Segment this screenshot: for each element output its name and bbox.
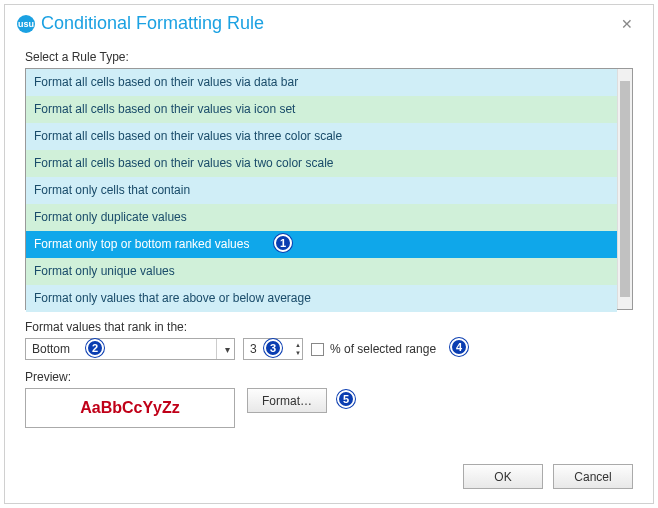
callout-4: 4: [450, 338, 468, 356]
content-area: Select a Rule Type: Format all cells bas…: [5, 42, 653, 440]
preview-row: AaBbCcYyZz Format… 5: [25, 388, 633, 428]
percent-checkbox[interactable]: [311, 343, 324, 356]
spinner-down-icon[interactable]: ▼: [295, 350, 301, 356]
preview-sample-text: AaBbCcYyZz: [80, 399, 180, 417]
chevron-down-icon: ▾: [225, 344, 230, 355]
titlebar: usu Conditional Formatting Rule ✕: [5, 5, 653, 42]
preview-label: Preview:: [25, 370, 633, 384]
rule-type-item[interactable]: Format all cells based on their values v…: [26, 150, 617, 177]
app-icon: usu: [17, 15, 35, 33]
percent-label: % of selected range: [330, 342, 436, 356]
rule-type-item[interactable]: Format all cells based on their values v…: [26, 69, 617, 96]
rule-type-item[interactable]: Format only cells that contain: [26, 177, 617, 204]
spinner-up-icon[interactable]: ▲: [295, 342, 301, 348]
scrollbar-thumb[interactable]: [620, 81, 630, 297]
callout-1: 1: [274, 234, 292, 252]
callout-5: 5: [337, 390, 355, 408]
spinner-buttons[interactable]: ▲ ▼: [295, 342, 301, 356]
cancel-button[interactable]: Cancel: [553, 464, 633, 489]
dialog-footer: OK Cancel: [463, 464, 633, 489]
ok-button[interactable]: OK: [463, 464, 543, 489]
rule-type-item[interactable]: Format all cells based on their values v…: [26, 123, 617, 150]
conditional-formatting-dialog: usu Conditional Formatting Rule ✕ Select…: [4, 4, 654, 504]
rule-type-label: Select a Rule Type:: [25, 50, 633, 64]
direction-value: Bottom: [32, 342, 70, 356]
dialog-title: Conditional Formatting Rule: [41, 13, 607, 34]
rule-type-item[interactable]: Format only duplicate values: [26, 204, 617, 231]
percent-checkbox-wrap[interactable]: % of selected range: [311, 342, 436, 356]
count-spinner[interactable]: 3 ▲ ▼ 3: [243, 338, 303, 360]
rule-type-items: Format all cells based on their values v…: [26, 69, 617, 309]
rule-type-listbox: Format all cells based on their values v…: [25, 68, 633, 310]
rule-type-item[interactable]: Format only values that are above or bel…: [26, 285, 617, 312]
rank-label: Format values that rank in the:: [25, 320, 633, 334]
rule-type-item[interactable]: Format only unique values: [26, 258, 617, 285]
close-icon[interactable]: ✕: [613, 14, 641, 34]
preview-box: AaBbCcYyZz: [25, 388, 235, 428]
callout-2: 2: [86, 339, 104, 357]
count-value: 3: [250, 342, 257, 356]
format-button[interactable]: Format…: [247, 388, 327, 413]
rule-type-item[interactable]: Format all cells based on their values v…: [26, 96, 617, 123]
rank-edit-row: Bottom ▾ 2 3 ▲ ▼ 3 % of selected range 4: [25, 338, 633, 360]
listbox-scrollbar[interactable]: [617, 69, 632, 309]
rule-type-item-selected[interactable]: Format only top or bottom ranked values …: [26, 231, 617, 258]
rule-type-item-label: Format only top or bottom ranked values: [34, 237, 249, 251]
direction-combo[interactable]: Bottom ▾ 2: [25, 338, 235, 360]
callout-3: 3: [264, 339, 282, 357]
